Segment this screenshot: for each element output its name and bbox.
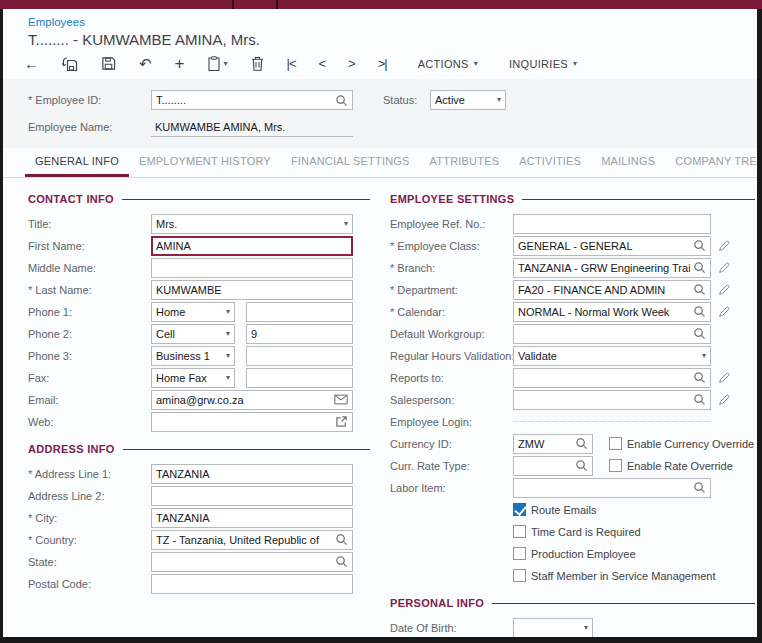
city-input[interactable] bbox=[156, 512, 348, 524]
inquiries-menu-button[interactable]: INQUIRIES ▾ bbox=[509, 58, 577, 70]
calendar-input[interactable] bbox=[518, 306, 690, 318]
search-icon[interactable] bbox=[693, 305, 706, 318]
address-line2-input[interactable] bbox=[156, 490, 348, 502]
checkbox-checked-icon[interactable] bbox=[513, 503, 526, 516]
currency-id-input[interactable] bbox=[518, 438, 572, 450]
employee-id-field[interactable] bbox=[151, 90, 353, 110]
postal-code-field[interactable] bbox=[151, 574, 353, 594]
middle-name-input[interactable] bbox=[156, 262, 348, 274]
date-of-birth-select[interactable]: ▾ bbox=[513, 618, 593, 638]
edit-pencil-icon[interactable] bbox=[717, 371, 731, 385]
currency-id-lookup-field[interactable] bbox=[513, 434, 593, 454]
save-and-close-icon[interactable] bbox=[62, 56, 78, 72]
fax-field[interactable] bbox=[246, 368, 353, 388]
regular-hours-validation-select[interactable]: Validate ▾ bbox=[513, 346, 711, 366]
city-field[interactable] bbox=[151, 508, 353, 528]
enable-rate-override-checkbox[interactable]: Enable Rate Override bbox=[609, 459, 733, 472]
route-emails-checkbox[interactable]: Route Emails bbox=[390, 499, 755, 520]
edit-pencil-icon[interactable] bbox=[717, 261, 731, 275]
last-record-icon[interactable]: >| bbox=[378, 57, 387, 70]
employee-ref-no-field[interactable] bbox=[513, 214, 711, 234]
phone2-input[interactable] bbox=[251, 328, 348, 340]
undo-icon[interactable]: ↶ bbox=[139, 56, 152, 71]
production-employee-checkbox[interactable]: Production Employee bbox=[390, 543, 755, 564]
staff-member-service-mgmt-checkbox[interactable]: Staff Member in Service Management bbox=[390, 565, 755, 586]
edit-pencil-icon[interactable] bbox=[717, 239, 731, 253]
search-icon[interactable] bbox=[693, 239, 706, 252]
postal-code-input[interactable] bbox=[156, 578, 348, 590]
address-line1-input[interactable] bbox=[156, 468, 348, 480]
employee-class-lookup-field[interactable] bbox=[513, 236, 711, 256]
checkbox-icon[interactable] bbox=[609, 459, 622, 472]
state-input[interactable] bbox=[156, 556, 332, 568]
clipboard-menu-caret-icon[interactable]: ▾ bbox=[224, 60, 228, 68]
email-field[interactable] bbox=[151, 390, 353, 410]
employee-class-input[interactable] bbox=[518, 240, 690, 252]
department-lookup-field[interactable] bbox=[513, 280, 711, 300]
employee-ref-no-input[interactable] bbox=[518, 218, 706, 230]
calendar-lookup-field[interactable] bbox=[513, 302, 711, 322]
curr-rate-type-lookup-field[interactable] bbox=[513, 456, 593, 476]
branch-lookup-field[interactable] bbox=[513, 258, 711, 278]
phone1-input[interactable] bbox=[251, 306, 348, 318]
tab-mailings[interactable]: MAILINGS bbox=[591, 148, 665, 177]
phone3-input[interactable] bbox=[251, 350, 348, 362]
search-icon[interactable] bbox=[693, 481, 706, 494]
reports-to-input[interactable] bbox=[518, 372, 690, 384]
previous-record-icon[interactable]: < bbox=[319, 57, 326, 70]
edit-pencil-icon[interactable] bbox=[717, 393, 731, 407]
phone2-field[interactable] bbox=[246, 324, 353, 344]
tab-company-tree-info[interactable]: COMPANY TREE IN bbox=[665, 148, 757, 177]
add-record-icon[interactable]: + bbox=[175, 55, 185, 72]
branch-input[interactable] bbox=[518, 262, 690, 274]
checkbox-icon[interactable] bbox=[609, 437, 622, 450]
salesperson-lookup-field[interactable] bbox=[513, 390, 711, 410]
web-field[interactable] bbox=[151, 412, 353, 432]
first-name-field[interactable] bbox=[151, 236, 353, 256]
tab-employment-history[interactable]: EMPLOYMENT HISTORY bbox=[129, 148, 281, 177]
search-icon[interactable] bbox=[335, 94, 348, 107]
checkbox-icon[interactable] bbox=[513, 525, 526, 538]
checkbox-icon[interactable] bbox=[513, 569, 526, 582]
address-line2-field[interactable] bbox=[151, 486, 353, 506]
envelope-icon[interactable] bbox=[334, 394, 348, 405]
checkbox-icon[interactable] bbox=[513, 547, 526, 560]
search-icon[interactable] bbox=[693, 393, 706, 406]
search-icon[interactable] bbox=[335, 555, 348, 568]
clipboard-icon[interactable]: ▾ bbox=[208, 56, 228, 71]
title-select[interactable]: Mrs. ▾ bbox=[151, 214, 353, 234]
department-input[interactable] bbox=[518, 284, 690, 296]
enable-currency-override-checkbox[interactable]: Enable Currency Override bbox=[609, 437, 754, 450]
curr-rate-type-input[interactable] bbox=[518, 460, 572, 472]
tab-general-info[interactable]: GENERAL INFO bbox=[25, 148, 129, 177]
search-icon[interactable] bbox=[693, 327, 706, 340]
search-icon[interactable] bbox=[693, 261, 706, 274]
search-icon[interactable] bbox=[693, 371, 706, 384]
middle-name-field[interactable] bbox=[151, 258, 353, 278]
search-icon[interactable] bbox=[575, 459, 588, 472]
back-icon[interactable]: ← bbox=[24, 56, 39, 71]
search-icon[interactable] bbox=[693, 283, 706, 296]
search-icon[interactable] bbox=[335, 533, 348, 546]
country-input[interactable] bbox=[156, 534, 332, 546]
last-name-field[interactable] bbox=[151, 280, 353, 300]
breadcrumb-employees-link[interactable]: Employees bbox=[28, 16, 757, 28]
actions-menu-button[interactable]: ACTIONS ▾ bbox=[418, 58, 478, 70]
phone3-field[interactable] bbox=[246, 346, 353, 366]
state-lookup-field[interactable] bbox=[151, 552, 353, 572]
employee-id-input[interactable] bbox=[156, 94, 332, 106]
time-card-required-checkbox[interactable]: Time Card is Required bbox=[390, 521, 755, 542]
tab-attributes[interactable]: ATTRIBUTES bbox=[420, 148, 510, 177]
search-icon[interactable] bbox=[575, 437, 588, 450]
next-record-icon[interactable]: > bbox=[348, 57, 355, 70]
tab-financial-settings[interactable]: FINANCIAL SETTINGS bbox=[281, 148, 420, 177]
email-input[interactable] bbox=[156, 394, 331, 406]
phone1-type-select[interactable]: Home ▾ bbox=[151, 302, 235, 322]
country-lookup-field[interactable] bbox=[151, 530, 353, 550]
first-record-icon[interactable]: |< bbox=[287, 57, 296, 70]
reports-to-lookup-field[interactable] bbox=[513, 368, 711, 388]
status-select[interactable]: Active ▾ bbox=[430, 90, 506, 110]
address-line1-field[interactable] bbox=[151, 464, 353, 484]
first-name-input[interactable] bbox=[156, 240, 348, 252]
fax-type-select[interactable]: Home Fax ▾ bbox=[151, 368, 235, 388]
